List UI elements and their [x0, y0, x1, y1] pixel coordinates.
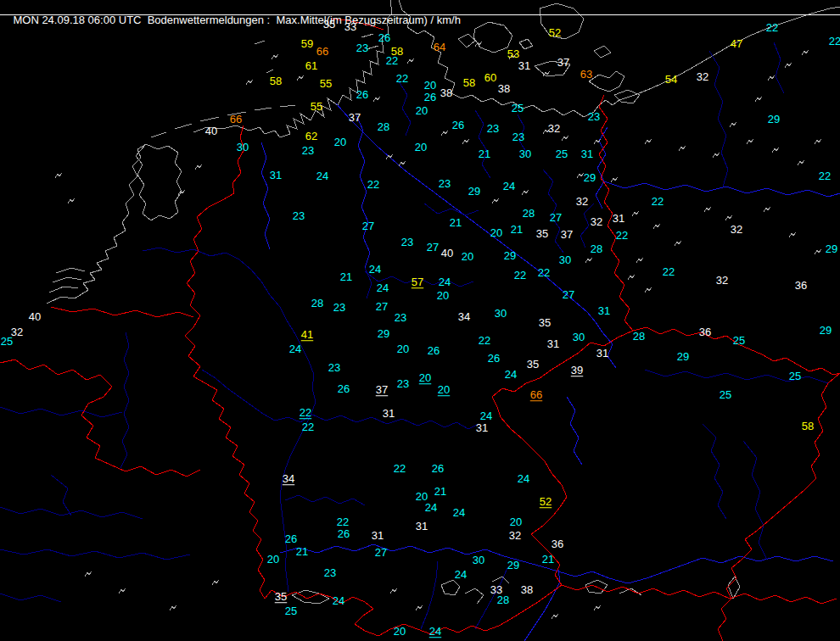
station-value: 58: [270, 75, 282, 86]
station-value: 27: [427, 242, 439, 253]
weather-map-viewport: 3533265966235864612258552220262638552037…: [0, 0, 840, 641]
station-value: 30: [573, 332, 585, 343]
station-value: 20: [424, 80, 436, 91]
station-value: 31: [581, 148, 593, 159]
station-value: 25: [720, 389, 731, 400]
station-value: 54: [665, 74, 677, 85]
station-value: 25: [733, 335, 745, 346]
station-value: 32: [509, 530, 521, 541]
station-value: 22: [616, 230, 628, 241]
station-value: 24: [503, 181, 515, 192]
station-value: 36: [699, 326, 711, 337]
station-value: 20: [490, 227, 502, 238]
station-value: 25: [1, 336, 13, 347]
station-value: 24: [429, 626, 441, 637]
station-value: 22: [538, 267, 550, 278]
station-value: 24: [377, 282, 389, 293]
station-value: 37: [557, 57, 569, 68]
station-value: 21: [542, 554, 554, 565]
station-value: 25: [789, 371, 801, 382]
station-value: 61: [305, 60, 317, 71]
station-value: 20: [397, 343, 409, 354]
station-value: 24: [425, 502, 437, 513]
station-value: 31: [270, 170, 282, 181]
station-value: 22: [652, 196, 664, 207]
header-bar: MON 24.09.18 06:00 UTC Bodenwettermeldun…: [1, 1, 461, 14]
station-value: 22: [479, 335, 490, 346]
station-value: 47: [731, 38, 742, 49]
station-value: 24: [439, 276, 451, 287]
station-value: 23: [324, 567, 336, 578]
station-value: 26: [428, 345, 440, 356]
station-value: 29: [468, 186, 480, 197]
station-value: 31: [598, 305, 610, 316]
station-value: 22: [514, 270, 526, 281]
station-value: 20: [419, 372, 431, 383]
station-value: 24: [455, 569, 467, 580]
station-value: 60: [484, 72, 496, 83]
station-value: 35: [527, 359, 539, 370]
station-value: 40: [205, 125, 217, 137]
station-value: 29: [504, 250, 516, 261]
station-value: 26: [378, 32, 390, 43]
station-value: 35: [539, 317, 551, 328]
station-value: 29: [826, 243, 837, 254]
station-value: 37: [376, 384, 388, 395]
station-value: 22: [766, 22, 778, 33]
station-value: 22: [302, 421, 314, 432]
station-value: 21: [479, 148, 490, 159]
station-value: 36: [552, 538, 563, 549]
station-value: 23: [397, 378, 409, 389]
station-value: 24: [333, 595, 344, 606]
station-value: 30: [519, 148, 531, 159]
station-value: 31: [372, 530, 384, 541]
station-value: 30: [559, 254, 571, 265]
station-value: 25: [512, 103, 524, 114]
station-value: 24: [316, 170, 328, 181]
station-value: 32: [591, 216, 602, 227]
station-value: 28: [497, 594, 509, 605]
station-value: 30: [237, 142, 249, 153]
station-value: 20: [334, 137, 346, 148]
station-value: 22: [386, 55, 398, 66]
station-value: 22: [367, 179, 379, 190]
station-value: 24: [505, 369, 517, 380]
station-value: 24: [289, 343, 301, 354]
station-value: 30: [495, 308, 507, 319]
station-value: 38: [440, 87, 452, 98]
station-value: 23: [487, 123, 499, 134]
station-value: 32: [697, 71, 708, 82]
station-value: 23: [302, 145, 314, 156]
station-value: 55: [320, 78, 332, 89]
station-value: 26: [356, 89, 368, 100]
station-value: 28: [523, 208, 535, 219]
header-title: MON 24.09.18 06:00 UTC Bodenwettermeldun…: [13, 14, 460, 26]
station-value: 28: [378, 121, 389, 132]
station-value: 26: [285, 533, 297, 544]
station-value: 26: [424, 92, 436, 103]
station-value: 23: [401, 237, 413, 248]
station-value: 31: [596, 348, 608, 359]
station-value: 21: [296, 546, 308, 557]
station-value: 31: [416, 521, 428, 532]
station-value: 32: [548, 123, 560, 134]
station-value: 31: [613, 213, 624, 224]
station-value: 66: [316, 46, 328, 57]
station-value: 28: [311, 298, 323, 309]
station-value: 23: [293, 210, 305, 221]
station-value: 23: [328, 362, 340, 373]
station-value: 57: [412, 276, 423, 287]
station-value: 66: [530, 389, 542, 400]
station-value: 24: [480, 410, 492, 421]
station-value: 66: [230, 114, 242, 125]
station-value: 64: [434, 42, 445, 53]
station-value: 58: [463, 77, 475, 88]
station-value: 29: [820, 325, 832, 336]
station-value: 29: [507, 560, 519, 571]
station-value: 30: [473, 555, 484, 566]
station-value: 32: [731, 224, 742, 235]
station-value: 38: [521, 584, 533, 595]
station-value: 20: [510, 516, 522, 527]
station-value: 20: [416, 105, 428, 116]
station-value: 27: [550, 212, 562, 223]
